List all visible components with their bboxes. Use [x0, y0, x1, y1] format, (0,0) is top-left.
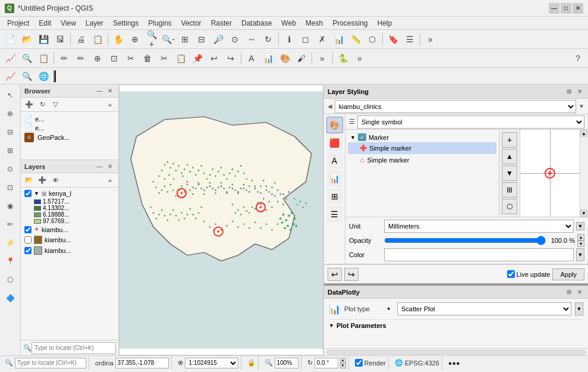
left-tool-8[interactable]: ✏ — [2, 216, 18, 233]
layer-more-button[interactable]: » — [104, 174, 116, 186]
menu-web[interactable]: Web — [276, 18, 300, 29]
color-dropdown-button[interactable]: ▼ — [576, 248, 584, 261]
symbol-type-dropdown[interactable]: Single symbol — [357, 115, 584, 129]
pan-button[interactable]: ✋ — [111, 32, 126, 47]
layer-item-kiambu2[interactable]: kiambu... — [22, 235, 117, 245]
minimize-button[interactable]: — — [549, 3, 559, 14]
new-project-button[interactable]: 📄 — [2, 32, 18, 47]
locate-input[interactable] — [32, 342, 116, 354]
identify-button[interactable]: ℹ — [281, 32, 297, 47]
measure-area-button[interactable]: ⬡ — [364, 32, 380, 47]
symbol-up-button[interactable]: ▲ — [502, 149, 517, 164]
coordinate-input[interactable] — [115, 358, 169, 368]
more2-button[interactable]: » — [352, 51, 367, 66]
scroll-up-button[interactable]: ▲ — [580, 130, 587, 137]
cut-button[interactable]: ✂ — [156, 51, 172, 66]
left-tool-11[interactable]: ⬡ — [2, 271, 18, 288]
zoom-native-button[interactable]: ⊙ — [227, 32, 243, 47]
layers-collapse-button[interactable]: — — [95, 162, 104, 171]
maximize-button[interactable]: □ — [561, 3, 571, 14]
plot-type-dropdown-btn[interactable]: ▼ — [575, 302, 583, 315]
measure-button[interactable]: 📏 — [348, 32, 363, 47]
style-field-icon[interactable]: ⊞ — [326, 188, 343, 205]
apply-button[interactable]: Apply — [552, 268, 584, 280]
styling-close-button[interactable]: ✕ — [575, 87, 584, 96]
dataplotly-header-buttons[interactable]: ⊞ ✕ — [564, 287, 584, 297]
magnifier-input[interactable] — [275, 358, 298, 368]
menu-mesh[interactable]: Mesh — [301, 18, 328, 29]
browser-item-2[interactable]: 📄 e... — [23, 123, 116, 132]
status-search-input[interactable] — [15, 358, 86, 368]
left-tool-9[interactable]: ⚡ — [2, 235, 18, 251]
browser-item-3[interactable]: G GeoPack... — [23, 132, 116, 143]
left-tool-7[interactable]: ◉ — [2, 198, 18, 214]
layer-check-kiambu3[interactable] — [24, 247, 32, 254]
left-tool-5[interactable]: ⊙ — [2, 161, 18, 177]
symbol-add-button[interactable]: + — [502, 132, 517, 148]
menu-view[interactable]: View — [56, 18, 81, 29]
open-project-button[interactable]: 📂 — [19, 32, 34, 47]
stat-button[interactable]: 📊 — [331, 32, 347, 47]
layer-item-kiambu1[interactable]: ✦ kiambu... — [22, 224, 117, 235]
opacity-up-button[interactable]: ▲ — [577, 234, 584, 240]
redo-style-button[interactable]: ↪ — [344, 268, 359, 281]
identify2-button[interactable]: 🔍 — [19, 51, 34, 66]
opacity-slider[interactable] — [384, 235, 546, 246]
symbol-simple-marker-1[interactable]: ✚ Simple marker — [348, 142, 496, 154]
attr-table-button[interactable]: 📋 — [36, 51, 51, 66]
browser-item-1[interactable]: 📄 e... — [23, 114, 116, 123]
layer-expand-kenya[interactable]: ▼ — [34, 190, 39, 196]
diagram-button[interactable]: 📊 — [260, 51, 276, 66]
symbol-marker-group[interactable]: ▼ ✓ Marker — [348, 132, 496, 142]
split-button[interactable]: ✂ — [123, 51, 139, 66]
menu-plugins[interactable]: Plugins — [143, 18, 176, 29]
add-feature-button[interactable]: ⊕ — [90, 51, 105, 66]
lock-item[interactable]: 🔒 — [245, 356, 259, 370]
save-project-button[interactable]: 💾 — [36, 32, 51, 47]
left-tool-1[interactable]: ↖ — [2, 87, 18, 104]
edit-toggle-button[interactable]: ✏ — [56, 51, 72, 66]
left-tool-6[interactable]: ⊡ — [2, 179, 18, 196]
vertex-tool-button[interactable]: ⊡ — [106, 51, 122, 66]
symbol-color-button[interactable]: ⬡ — [502, 199, 517, 214]
style-label-icon[interactable]: A — [326, 152, 343, 169]
geo-button[interactable]: 🌐 — [36, 68, 51, 84]
map-area[interactable] — [119, 85, 323, 355]
styling-dock-button[interactable]: ⊞ — [564, 87, 574, 96]
more-status-item[interactable]: ●●● — [446, 356, 463, 370]
crs-item[interactable]: 🌐 EPSG:4326 — [392, 356, 442, 370]
layer-visible-button[interactable]: 👁 — [49, 174, 61, 186]
refresh-button[interactable]: ↻ — [260, 32, 276, 47]
opacity-down-button[interactable]: ▼ — [577, 240, 584, 247]
styling-header-buttons[interactable]: ⊞ ✕ — [564, 87, 584, 96]
browser-filter-button[interactable]: ▽ — [49, 99, 61, 111]
layer-select-dropdown[interactable]: kiambu_clinics — [335, 100, 576, 113]
left-tool-10[interactable]: 📍 — [2, 253, 18, 270]
window-controls[interactable]: — □ ✕ — [549, 3, 583, 14]
print-button[interactable]: 🖨 — [73, 32, 89, 47]
pan-map-button[interactable]: ⊕ — [127, 32, 143, 47]
dataplotly-close-button[interactable]: ✕ — [575, 287, 584, 297]
digitize-button[interactable]: ✏ — [73, 51, 89, 66]
python-button[interactable]: 🐍 — [335, 51, 351, 66]
menu-help[interactable]: Help — [373, 18, 397, 29]
zoom-selection-button[interactable]: 🔎 — [210, 32, 226, 47]
layers-panel-controls[interactable]: — ✕ — [95, 162, 115, 171]
layer-add-button[interactable]: ➕ — [36, 174, 48, 186]
help-button[interactable]: ? — [570, 51, 586, 66]
browser-collapse-button[interactable]: — — [95, 86, 104, 96]
dataplotly-scrollbar[interactable] — [326, 350, 586, 355]
style-3d-icon[interactable]: 🟥 — [326, 135, 343, 151]
rotation-down-button[interactable]: ▼ — [340, 363, 346, 368]
zoom-in-button[interactable]: 🔍+ — [144, 32, 159, 47]
layers-close-button[interactable]: ✕ — [105, 162, 115, 171]
pan-to-selection-button[interactable]: ↔ — [244, 32, 259, 47]
left-tool-12[interactable]: 🔷 — [2, 290, 18, 307]
undo-style-button[interactable]: ↩ — [328, 268, 342, 281]
layer-check-kiambu1[interactable] — [24, 226, 32, 233]
style-render-icon[interactable]: ☰ — [326, 206, 343, 223]
rotation-input[interactable] — [315, 358, 338, 368]
zoom-layer-button[interactable]: ⊟ — [194, 32, 209, 47]
browser-expand-button[interactable]: » — [104, 99, 116, 111]
menu-layer[interactable]: Layer — [81, 18, 108, 29]
